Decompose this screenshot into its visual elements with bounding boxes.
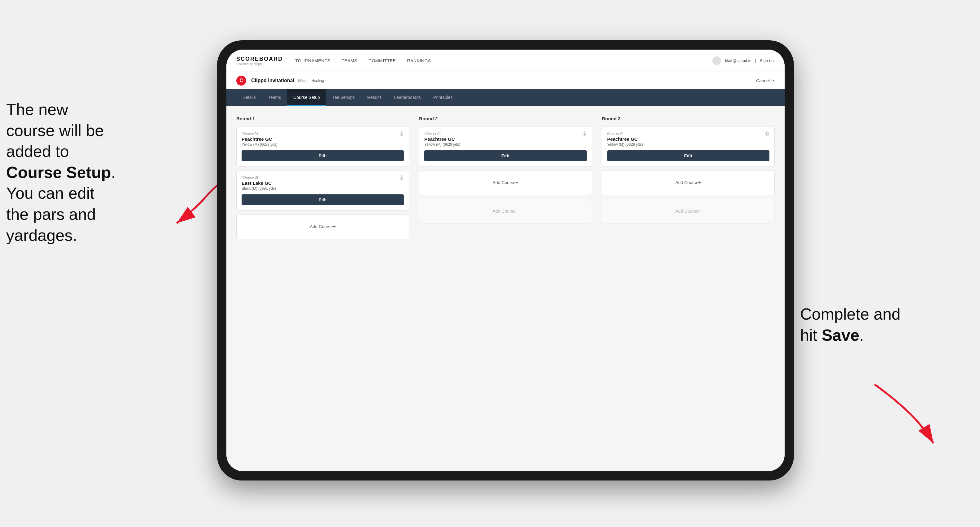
nav-tournaments[interactable]: TOURNAMENTS [295,57,330,65]
nav-links: TOURNAMENTS TEAMS COMMITTEE RANKINGS [295,57,712,65]
course-b-name: East Lake GC [242,181,404,186]
add-course-label-r1: Add Course [310,224,333,229]
add-course-label-r3-1: Add Course [675,180,698,185]
tab-course-setup[interactable]: Course Setup [287,89,326,106]
add-course-label-r2-2: Add Course [493,209,515,214]
course-b-details: Black (M) (6891 yds) [242,186,404,190]
annotation-line1: The new [6,100,68,118]
course-a-edit-button[interactable]: Edit [242,150,404,161]
r2-course-a-label: (Course A) [424,132,587,135]
annotation-line6: the pars and [6,205,96,223]
round-2-column: Round 2 (Course A) Peachtree GC Yellow (… [419,116,592,243]
tablet-device: SCOREBOARD Powered by clippd TOURNAMENTS… [217,40,794,481]
tournament-logo-letter: C [239,78,243,83]
scoreboard-logo: SCOREBOARD [236,56,283,62]
logo-area: SCOREBOARD Powered by clippd [236,56,283,66]
user-email: blair@clippd.io [725,58,751,63]
round-1-header: Round 1 [236,116,409,121]
tab-details-label: Details [242,95,256,100]
sign-out-link[interactable]: Sign out [760,58,775,63]
tab-bar: Details Teams Course Setup Tee Groups Re… [226,89,784,106]
arrow-right-icon [856,381,949,449]
add-course-label-r2-1: Add Course [493,180,515,185]
nav-teams[interactable]: TEAMS [342,57,357,65]
nav-separator: | [755,58,756,63]
add-course-plus-r2-2: + [515,208,518,214]
r2-course-a-details: Yellow (M) (6629 yds) [424,142,587,147]
r2-course-a-edit-button[interactable]: Edit [424,150,587,161]
course-a-label: (Course A) [242,132,404,135]
user-avatar [712,56,721,65]
tab-details[interactable]: Details [236,89,262,106]
tournament-name: Clippd Invitational [251,78,294,83]
hosting-badge: Hosting [311,78,324,83]
close-icon: × [772,78,775,83]
tab-printables-label: Printables [433,95,452,100]
round-1-add-course-card[interactable]: Add Course + [236,214,409,239]
annotation-right-line1: Complete and [800,305,900,323]
tournament-logo: C [236,76,246,86]
add-course-plus-r3-1: + [698,180,701,186]
tab-results[interactable]: Results [361,89,388,106]
r3-course-a-label: (Course A) [607,132,769,135]
tournament-gender: (Men) [298,78,308,83]
course-a-name: Peachtree GC [242,137,404,142]
round-3-column: Round 3 (Course A) Peachtree GC Yellow (… [602,116,775,243]
round-1-course-a-card: (Course A) Peachtree GC Yellow (M) (6629… [236,126,409,167]
annotation-right-line2-end: . [859,326,864,344]
tab-tee-groups[interactable]: Tee Groups [326,89,361,106]
round-1-column: Round 1 (Course A) Peachtree GC Yellow (… [236,116,409,243]
annotation-right: Complete and hit Save. [800,304,949,346]
main-content: Round 1 (Course A) Peachtree GC Yellow (… [226,106,784,471]
add-course-plus-r3-2: + [698,208,701,214]
annotation-right-line2-bold: Save [821,326,859,344]
rounds-grid: Round 1 (Course A) Peachtree GC Yellow (… [236,116,775,243]
cancel-label: Cancel [756,78,770,83]
annotation-line4-end: . [111,163,115,181]
annotation-line3: added to [6,142,69,160]
nav-committee[interactable]: COMMITTEE [368,57,396,65]
round-2-header: Round 2 [419,116,592,121]
nav-right: blair@clippd.io | Sign out [712,56,775,65]
logo-subtitle: Powered by clippd [236,62,283,66]
annotation-line5: You can edit [6,184,94,202]
round-3-header: Round 3 [602,116,775,121]
tab-teams[interactable]: Teams [262,89,287,106]
r2-course-a-name: Peachtree GC [424,137,587,142]
r2-delete-course-a-icon[interactable]: 🗑 [581,130,588,137]
round-2-add-course-disabled: Add Course + [419,199,592,224]
tab-results-label: Results [367,95,382,100]
round-3-add-course-disabled: Add Course + [602,199,775,224]
tab-teams-label: Teams [268,95,281,100]
r3-course-a-name: Peachtree GC [607,137,769,142]
tab-leaderboards-label: Leaderboards [394,95,421,100]
delete-course-b-icon[interactable]: 🗑 [398,174,405,181]
tab-course-setup-label: Course Setup [293,95,320,100]
annotation-line2: course will be [6,122,104,140]
delete-course-a-icon[interactable]: 🗑 [398,130,405,137]
r3-delete-course-a-icon[interactable]: 🗑 [764,130,771,137]
round-3-course-a-card: (Course A) Peachtree GC Yellow (M) (6629… [602,126,775,167]
add-course-plus-r2-1: + [515,180,518,186]
annotation-line7: yardages. [6,226,77,244]
course-b-label: (Course B) [242,175,404,179]
round-2-add-course-active[interactable]: Add Course + [419,170,592,195]
round-2-course-a-card: (Course A) Peachtree GC Yellow (M) (6629… [419,126,592,167]
course-b-edit-button[interactable]: Edit [242,194,404,205]
round-3-add-course-active[interactable]: Add Course + [602,170,775,195]
tab-tee-groups-label: Tee Groups [332,95,355,100]
top-nav: SCOREBOARD Powered by clippd TOURNAMENTS… [226,49,784,72]
add-course-label-r3-2: Add Course [675,209,698,214]
add-course-plus-r1: + [333,224,336,229]
tablet-screen: SCOREBOARD Powered by clippd TOURNAMENTS… [226,49,784,471]
tab-printables[interactable]: Printables [427,89,459,106]
sub-nav: C Clippd Invitational (Men) Hosting Canc… [226,72,784,89]
round-1-course-b-card: (Course B) East Lake GC Black (M) (6891 … [236,170,409,211]
annotation-right-line2-pre: hit [800,326,821,344]
annotation-line4-bold: Course Setup [6,163,111,181]
course-a-details: Yellow (M) (6629 yds) [242,142,404,147]
r3-course-a-edit-button[interactable]: Edit [607,150,769,161]
cancel-button[interactable]: Cancel × [756,78,775,83]
nav-rankings[interactable]: RANKINGS [407,57,431,65]
tab-leaderboards[interactable]: Leaderboards [388,89,427,106]
